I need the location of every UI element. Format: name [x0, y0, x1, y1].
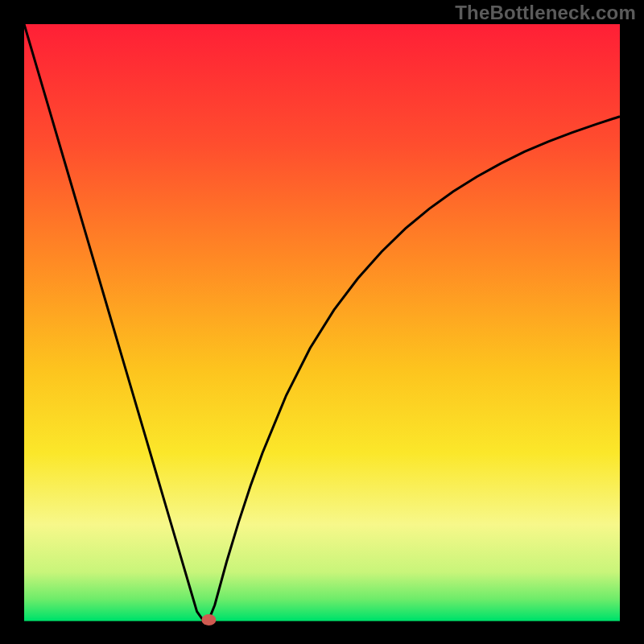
chart-stage: TheBottleneck.com [0, 0, 644, 644]
attribution-text: TheBottleneck.com [455, 2, 636, 24]
bottleneck-curve-chart [0, 0, 644, 644]
plot-background [24, 24, 620, 620]
optimal-point-marker [201, 614, 216, 625]
